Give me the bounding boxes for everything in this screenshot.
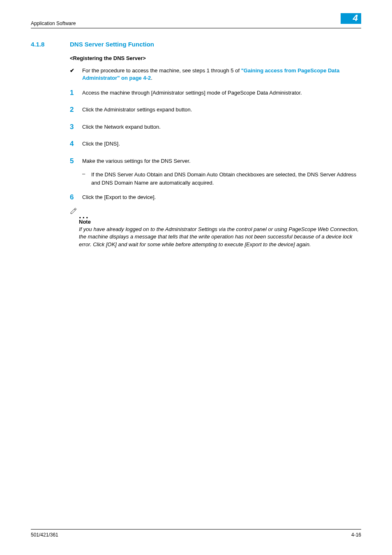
prereq-text-before: For the procedure to access the machine,…	[82, 67, 241, 74]
step-5: 5 Make the various settings for the DNS …	[70, 157, 361, 168]
section-number: 4.1.8	[31, 41, 70, 48]
section-body: <Registering the DNS Server> ✔ For the p…	[70, 55, 361, 249]
step-text: Access the machine through [Administrato…	[82, 89, 361, 99]
prerequisite-text: For the procedure to access the machine,…	[82, 67, 361, 82]
note-block: ... Note If you have already logged on t…	[70, 210, 361, 249]
header-rule	[31, 28, 361, 28]
step-text: Click the Administrator settings expand …	[82, 106, 361, 116]
footer-row: 501/421/361 4-16	[31, 532, 361, 538]
step-text: Click the [Export to the device].	[82, 193, 361, 204]
page: Application Software 4 4.1.8 DNS Server …	[0, 0, 392, 555]
note-icon-row: ...	[70, 210, 361, 218]
note-label: Note	[79, 219, 361, 225]
footer-page-number: 4-16	[351, 532, 361, 538]
note-dots-icon: ...	[79, 213, 90, 218]
chapter-number-tab: 4	[341, 13, 361, 24]
note-pencil-icon	[70, 207, 77, 215]
step-number: 2	[70, 104, 82, 115]
step-text: Make the various settings for the DNS Se…	[82, 157, 361, 168]
footer-left: 501/421/361	[31, 532, 58, 538]
prereq-text-after: .	[151, 75, 152, 81]
dash-bullet: –	[82, 171, 91, 187]
step-6: 6 Click the [Export to the device].	[70, 193, 361, 204]
note-body: If you have already logged on to the Adm…	[79, 226, 361, 249]
subheading: <Registering the DNS Server>	[70, 55, 361, 61]
step-number: 6	[70, 192, 82, 203]
running-head: Application Software	[31, 21, 76, 26]
step-number: 1	[70, 88, 82, 98]
page-header: Application Software 4	[31, 16, 361, 28]
step-number: 4	[70, 139, 82, 149]
step-3: 3 Click the Network expand button.	[70, 123, 361, 134]
checkmark-icon: ✔	[70, 67, 82, 82]
footer-rule	[31, 529, 361, 530]
step-text: Click the [DNS].	[82, 140, 361, 150]
page-footer: 501/421/361 4-16	[31, 529, 361, 538]
step-text: Click the Network expand button.	[82, 123, 361, 134]
section-heading: 4.1.8 DNS Server Setting Function	[31, 41, 361, 48]
substep-text: If the DNS Server Auto Obtain and DNS Do…	[91, 171, 361, 187]
prerequisite-row: ✔ For the procedure to access the machin…	[70, 67, 361, 82]
step-1: 1 Access the machine through [Administra…	[70, 89, 361, 99]
substep-row: – If the DNS Server Auto Obtain and DNS …	[82, 171, 361, 187]
section-title: DNS Server Setting Function	[70, 41, 154, 48]
step-4: 4 Click the [DNS].	[70, 140, 361, 150]
step-number: 5	[70, 156, 82, 166]
step-2: 2 Click the Administrator settings expan…	[70, 106, 361, 116]
step-number: 3	[70, 122, 82, 132]
